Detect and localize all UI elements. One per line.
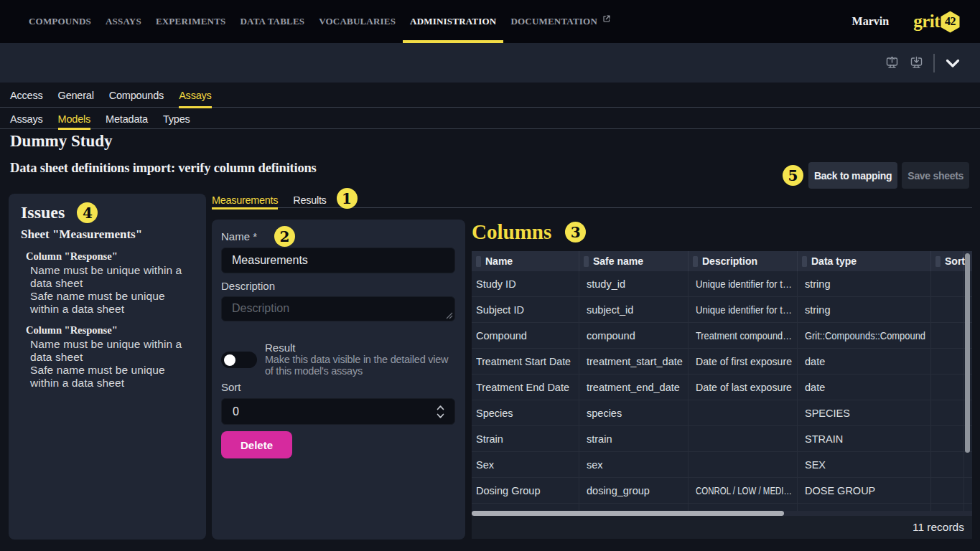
table-cell (689, 452, 798, 477)
column-header-sort[interactable]: Sort (931, 251, 964, 271)
name-input[interactable] (221, 248, 455, 273)
table-cell-text: SPECIES (805, 408, 850, 419)
user-name[interactable]: Marvin (852, 15, 890, 28)
grit42-logo[interactable]: grit 42 (913, 11, 960, 33)
topnav-item-administration[interactable]: ADMINISTRATION (403, 0, 503, 43)
annotation-badge-2: 2 (274, 226, 295, 247)
tab-compounds[interactable]: Compounds (109, 83, 164, 107)
sheet-area: MeasurementsResults1 Name * 2 Descriptio… (212, 192, 972, 540)
table-cell-text: subject_id (587, 304, 633, 316)
table-cell-text: Study ID (476, 278, 516, 290)
logo-badge: 42 (941, 11, 960, 33)
topnav-item-documentation[interactable]: DOCUMENTATION (503, 0, 618, 43)
table-cell: Treatment Start Date (472, 349, 579, 374)
tab-assays[interactable]: Assays (179, 83, 212, 107)
resize-handle-icon[interactable] (446, 312, 453, 319)
columns-title: Columns (472, 220, 551, 244)
column-header-name[interactable]: Name (472, 251, 579, 271)
topnav-item-data-tables[interactable]: DATA TABLES (233, 0, 312, 43)
table-cell (931, 478, 964, 503)
logo-text: grit (913, 11, 940, 32)
table-cell-text: DOSE GROUP (805, 485, 875, 496)
tab-models[interactable]: Models (58, 108, 91, 128)
column-header-label: Safe name (593, 255, 643, 267)
table-row-dosing-group[interactable]: Dosing Groupdosing_groupCONROL / LOW / M… (472, 478, 972, 504)
table-row-treatment-end-date[interactable]: Treatment End Datetreatment_end_dateDate… (472, 375, 972, 400)
sort-input[interactable]: 0 (221, 398, 455, 425)
issues-title: Issues (21, 202, 65, 223)
issue-column-heading: Column "Response" (26, 324, 195, 336)
issue-messages: Name must be unique within adata sheetSa… (26, 338, 195, 390)
topnav-item-experiments[interactable]: EXPERIMENTS (149, 0, 233, 43)
topnav-item-label: EXPERIMENTS (156, 16, 226, 27)
sheet-tab-measurements[interactable]: Measurements (212, 192, 278, 208)
column-grip-icon[interactable] (802, 256, 807, 267)
table-cell-text: Sex (476, 459, 494, 471)
export-upload-icon[interactable] (885, 55, 900, 70)
tab-metadata[interactable]: Metadata (106, 108, 148, 128)
tab-access[interactable]: Access (10, 83, 43, 107)
table-row-treatment-start-date[interactable]: Treatment Start Datetreatment_start_date… (472, 349, 972, 375)
description-textarea[interactable]: Description (221, 296, 455, 321)
sort-label: Sort (221, 382, 455, 393)
toolbar (0, 43, 980, 83)
table-row-strain[interactable]: StrainstrainSTRAIN (472, 426, 972, 452)
table-cell: Date of last exposure (689, 375, 798, 400)
tab-assays[interactable]: Assays (10, 108, 43, 128)
vertical-scrollbar[interactable] (965, 253, 970, 453)
table-row-subject-id[interactable]: Subject IDsubject_idUnique identifier fo… (472, 297, 972, 323)
table-cell-text: Grit::Compounds::Compound (805, 330, 925, 342)
table-cell-text: species (587, 408, 622, 419)
topnav-item-assays[interactable]: ASSAYS (98, 0, 149, 43)
column-grip-icon[interactable] (935, 256, 941, 267)
horizontal-scrollbar[interactable] (472, 511, 784, 516)
table-row-clipped[interactable] (472, 504, 972, 511)
table-cell: Species (472, 400, 579, 425)
table-cell-text: Unique identifier for t… (696, 304, 792, 316)
back-to-mapping-button[interactable]: Back to mapping (808, 162, 897, 189)
result-toggle[interactable] (221, 352, 257, 368)
topnav-item-compounds[interactable]: COMPOUNDS (22, 0, 98, 43)
table-row-sex[interactable]: SexsexSEX (472, 452, 972, 478)
table-cell-text: date (805, 382, 825, 393)
import-download-icon[interactable] (909, 55, 924, 70)
sort-value: 0 (233, 405, 239, 418)
column-grip-icon[interactable] (693, 256, 698, 267)
annotation-badge-5: 5 (783, 165, 803, 186)
table-footer: 11 records (472, 516, 972, 539)
topnav-item-vocabularies[interactable]: VOCABULARIES (312, 0, 403, 43)
column-grip-icon[interactable] (584, 256, 589, 267)
column-header-safe-name[interactable]: Safe name (579, 251, 689, 271)
top-navigation-bar: COMPOUNDSASSAYSEXPERIMENTSDATA TABLESVOC… (0, 0, 980, 43)
table-cell: species (579, 400, 689, 425)
issue-message-line: Safe name must be unique (30, 290, 195, 303)
topnav-item-label: ADMINISTRATION (410, 16, 496, 27)
table-cell: Compound (472, 323, 579, 348)
number-spinner-icon[interactable] (436, 404, 445, 420)
tab-types[interactable]: Types (163, 108, 190, 128)
table-row-compound[interactable]: CompoundcompoundTreatment compound…Grit:… (472, 323, 972, 349)
tab-general[interactable]: General (58, 83, 94, 107)
table-cell-text: Treatment Start Date (476, 356, 571, 367)
column-header-description[interactable]: Description (689, 251, 798, 271)
collapse-chevron-icon[interactable] (944, 55, 961, 72)
column-header-label: Description (702, 255, 757, 267)
save-sheets-button[interactable]: Save sheets (902, 162, 969, 189)
table-row-species[interactable]: SpeciesspeciesSPECIES (472, 400, 972, 426)
table-cell (931, 504, 964, 511)
column-header-data-type[interactable]: Data type (798, 251, 931, 271)
issue-message-line: within a data sheet (30, 377, 195, 390)
table-cell-text: Unique identifier for t… (696, 278, 792, 290)
column-grip-icon[interactable] (476, 256, 481, 267)
columns-table: NameSafe nameDescriptionData typeSort St… (472, 251, 972, 511)
table-cell-text: date (805, 356, 825, 367)
delete-button[interactable]: Delete (221, 431, 292, 458)
column-header-label: Data type (811, 255, 857, 267)
logo-hexagon: 42 (941, 11, 960, 33)
sheet-tab-results[interactable]: Results (293, 192, 326, 208)
table-row-study-id[interactable]: Study IDstudy_idUnique identifier for t…… (472, 271, 972, 297)
issue-message-line: data sheet (30, 277, 195, 290)
table-cell (472, 504, 579, 511)
issue-message-line: within a data sheet (30, 303, 195, 316)
table-cell: Unique identifier for t… (689, 297, 798, 322)
